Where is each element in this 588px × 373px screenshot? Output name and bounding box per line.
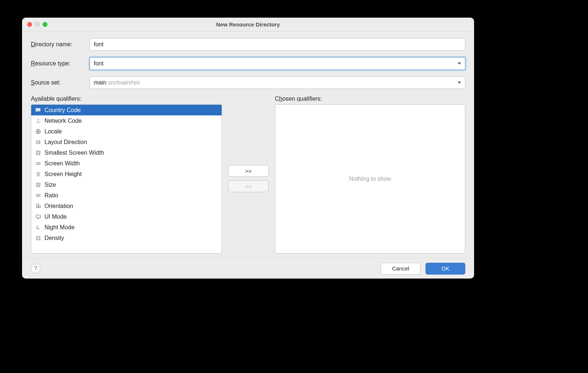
- density-icon: [35, 235, 42, 241]
- ratio-icon: 4:3: [35, 192, 42, 199]
- qualifiers-area: Available qualifiers: Country CodeNetwor…: [31, 96, 465, 254]
- list-item-label: Country Code: [44, 107, 81, 114]
- moon-icon: [35, 224, 42, 231]
- list-item-label: Screen Width: [44, 160, 80, 167]
- row-source-set: Source set: main src/main/res: [31, 76, 465, 89]
- svg-point-14: [37, 225, 40, 228]
- directory-name-input[interactable]: font: [90, 38, 465, 51]
- resource-type-label: Resource type:: [31, 60, 90, 67]
- dialog-footer: ? Cancel OK: [22, 258, 474, 279]
- svg-rect-11: [38, 206, 40, 208]
- list-item[interactable]: Screen Width: [31, 158, 222, 169]
- source-set-hint: src/main/res: [108, 79, 140, 86]
- list-item-label: Smallest Screen Width: [44, 150, 104, 156]
- list-item[interactable]: Smallest Screen Width: [31, 147, 222, 158]
- resource-type-value: font: [94, 60, 104, 67]
- list-item[interactable]: Orientation: [31, 201, 222, 211]
- available-label: Available qualifiers:: [31, 96, 222, 102]
- list-item-label: Night Mode: [44, 224, 75, 231]
- minimize-icon: [35, 22, 40, 27]
- transfer-buttons: >> <<: [227, 104, 270, 254]
- list-item-label: Size: [44, 182, 56, 188]
- chosen-column: Chosen qualifiers: Nothing to show: [275, 96, 465, 254]
- list-item-label: Screen Height: [44, 171, 82, 177]
- source-set-value: main: [94, 79, 107, 86]
- list-item[interactable]: Screen Height: [31, 169, 222, 179]
- list-item[interactable]: Country Code: [31, 105, 222, 115]
- titlebar: New Resource Directory: [22, 18, 474, 32]
- dialog-content: Directory name: font Resource type: font…: [22, 32, 474, 258]
- list-item-label: Ratio: [44, 192, 58, 199]
- close-icon[interactable]: [27, 22, 32, 27]
- list-item[interactable]: Layout Direction: [31, 137, 222, 147]
- list-item[interactable]: Night Mode: [31, 222, 222, 233]
- list-item[interactable]: Size: [31, 179, 222, 190]
- source-set-label: Source set:: [31, 79, 90, 86]
- resize-icon: [35, 182, 42, 188]
- chosen-label: Chosen qualifiers:: [275, 96, 465, 102]
- cancel-button[interactable]: Cancel: [381, 263, 420, 275]
- available-listbox[interactable]: Country CodeNetwork CodeLocaleLayout Dir…: [31, 104, 222, 254]
- list-item[interactable]: Network Code: [31, 115, 222, 126]
- chosen-empty-message: Nothing to show: [275, 105, 465, 253]
- new-resource-dialog: New Resource Directory Directory name: f…: [22, 18, 474, 279]
- dialog-title: New Resource Directory: [22, 21, 474, 28]
- available-column: Available qualifiers: Country CodeNetwor…: [31, 96, 222, 254]
- list-item-label: Locale: [44, 128, 62, 135]
- svg-rect-0: [36, 108, 40, 111]
- list-item[interactable]: Density: [31, 233, 222, 243]
- list-item[interactable]: Locale: [31, 126, 222, 137]
- row-resource-type: Resource type: font: [31, 57, 465, 70]
- width-icon: [35, 160, 42, 167]
- directory-name-value: font: [94, 41, 104, 48]
- uimode-icon: [35, 214, 42, 220]
- help-button[interactable]: ?: [31, 264, 40, 273]
- row-directory-name: Directory name: font: [31, 38, 465, 51]
- add-qualifier-button[interactable]: >>: [228, 165, 269, 177]
- chevron-down-icon: [458, 82, 461, 84]
- list-item-label: Orientation: [44, 203, 73, 209]
- chosen-listbox[interactable]: Nothing to show: [275, 104, 465, 254]
- resource-type-select[interactable]: font: [90, 57, 465, 70]
- orientation-icon: [35, 203, 42, 209]
- list-item-label: Layout Direction: [44, 139, 87, 146]
- height-icon: [35, 171, 42, 177]
- list-item[interactable]: UI Mode: [31, 211, 222, 222]
- list-item-label: Density: [44, 235, 64, 241]
- chevron-down-icon: [458, 62, 461, 65]
- network-icon: [35, 118, 42, 124]
- directory-name-label: Directory name:: [31, 41, 90, 48]
- ok-button[interactable]: OK: [426, 263, 465, 275]
- source-set-select[interactable]: main src/main/res: [90, 76, 465, 89]
- globe-icon: [35, 128, 42, 135]
- list-item-label: Network Code: [44, 118, 82, 124]
- list-item-label: UI Mode: [44, 214, 67, 220]
- remove-qualifier-button: <<: [228, 180, 269, 192]
- svg-text:4:3: 4:3: [37, 194, 40, 197]
- size-all-icon: [35, 150, 42, 156]
- svg-point-1: [37, 119, 39, 121]
- zoom-icon[interactable]: [43, 22, 47, 27]
- list-item[interactable]: 4:3Ratio: [31, 190, 222, 201]
- arrow-left-icon: [35, 139, 42, 146]
- flag-icon: [35, 107, 42, 114]
- svg-rect-12: [36, 215, 40, 218]
- window-controls: [27, 22, 47, 27]
